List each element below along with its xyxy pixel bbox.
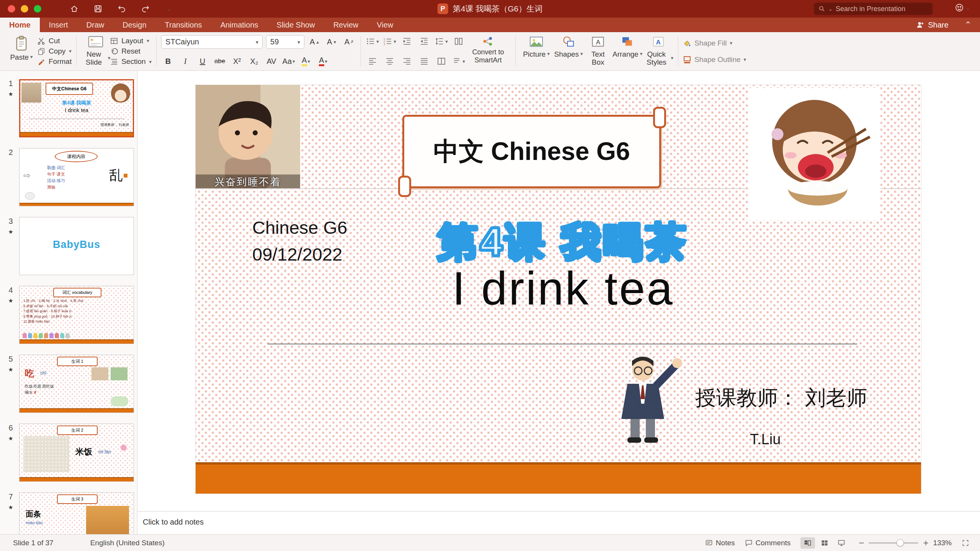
align-text-vertical-button[interactable]: ▾ — [452, 55, 466, 67]
paste-button[interactable]: Paste▾ — [5, 35, 38, 68]
slideshow-view-button[interactable] — [834, 537, 849, 549]
cut-button[interactable]: Cut — [38, 36, 72, 46]
slide-canvas[interactable]: 兴奋到睡不着 中文 Chinese G6 — [196, 85, 921, 494]
tab-insert[interactable]: Insert — [40, 18, 77, 32]
redo-button[interactable] — [139, 3, 152, 15]
format-painter-button[interactable]: Format — [38, 57, 72, 67]
tab-review[interactable]: Review — [324, 18, 368, 32]
insert-text-box-button[interactable]: A Text Box — [585, 35, 611, 68]
change-case-button[interactable]: Aa▾ — [282, 55, 296, 67]
tab-animations[interactable]: Animations — [211, 18, 268, 32]
italic-button[interactable]: I — [178, 55, 192, 67]
customize-toolbar-button[interactable]: ⌄ — [163, 3, 175, 15]
slide-thumbnail-6[interactable]: 生词 2 米饭 mǐ fàn — [19, 424, 134, 482]
slide-photo-girl[interactable]: 兴奋到睡不着 — [196, 85, 300, 189]
insert-shapes-button[interactable]: Shapes▾ — [552, 35, 585, 68]
columns-button[interactable] — [452, 35, 466, 47]
notes-panel[interactable]: Click to add notes — [137, 511, 980, 534]
slide-teacher-cartoon[interactable] — [604, 353, 689, 445]
font-color-button[interactable]: A▾ — [316, 55, 330, 67]
zoom-slider[interactable] — [869, 542, 918, 544]
shape-outline-button[interactable]: Shape Outline ▾ — [683, 55, 746, 64]
font-size-select[interactable]: 59 ▾ — [266, 35, 304, 49]
notes-toggle-button[interactable]: Notes — [705, 539, 735, 547]
arrange-button[interactable]: Arrange▾ — [611, 35, 644, 68]
save-button[interactable] — [92, 3, 104, 15]
bullets-button[interactable]: ▾ — [366, 35, 379, 47]
slide-thumbnail-1[interactable]: 中文Chinese G6 第4课 我喝茶 I drink tea 授课教师： 刘… — [19, 79, 134, 137]
align-right-button[interactable] — [400, 55, 414, 67]
subscript-button[interactable]: X₂ — [247, 55, 261, 67]
undo-button[interactable] — [116, 3, 128, 15]
slide-thumbnail-7[interactable]: 生词 3 面条 miàn tiáo — [19, 492, 134, 534]
home-toolbar-button[interactable] — [68, 3, 80, 15]
decrease-indent-button[interactable] — [400, 35, 414, 47]
strikethrough-button[interactable]: abe — [213, 55, 227, 67]
teacher-label-textbox[interactable]: 授课教师： 刘老师 — [695, 384, 867, 412]
tab-draw[interactable]: Draw — [77, 18, 114, 32]
new-slide-button[interactable]: ★ New Slide▾ — [81, 35, 110, 68]
fullscreen-window-button[interactable] — [34, 5, 41, 13]
underline-button[interactable]: U — [196, 55, 209, 67]
tab-slide-show[interactable]: Slide Show — [268, 18, 324, 32]
caret-down-icon: ▾ — [445, 39, 448, 44]
normal-view-button[interactable] — [800, 537, 815, 549]
reset-button[interactable]: Reset — [110, 46, 152, 56]
slide-thumbnail-2[interactable]: 课程内容 ⇨ 歌曲 词汇 句子 课文 活动 练习 测验 乱 — [19, 148, 134, 206]
tab-home[interactable]: Home — [0, 18, 40, 32]
zoom-slider-thumb[interactable] — [897, 539, 904, 546]
slide-thumbnail-4[interactable]: 词汇 vocabulary 1.吃 chī 2.喝 hē 3.水 shuǐ 4.… — [19, 286, 134, 344]
account-menu-button[interactable]: ⌄ — [955, 3, 970, 12]
slide-eating-girl-cartoon[interactable] — [748, 88, 880, 220]
tab-design[interactable]: Design — [113, 18, 155, 32]
tab-transitions[interactable]: Transitions — [156, 18, 211, 32]
convert-to-smartart-button[interactable]: Convert to SmartArt — [466, 35, 511, 68]
notes-icon — [705, 539, 713, 547]
course-date-textbox[interactable]: Chinese G6 09/12/2022 — [252, 214, 347, 267]
section-button[interactable]: Section ▾ — [110, 57, 152, 67]
align-left-button[interactable] — [366, 55, 379, 67]
increase-font-size-button[interactable]: A▲ — [308, 36, 322, 48]
close-window-button[interactable] — [8, 5, 15, 13]
numbering-button[interactable]: 123▾ — [383, 35, 397, 47]
tab-view[interactable]: View — [368, 18, 402, 32]
quick-styles-button[interactable]: A Quick Styles▾ — [644, 35, 673, 68]
copy-button[interactable]: Copy ▾ — [38, 46, 72, 56]
lesson-subtitle-textbox[interactable]: I drink tea — [391, 262, 735, 315]
character-spacing-button[interactable]: AV — [265, 55, 278, 67]
teacher-signature-textbox[interactable]: T.Liu — [750, 431, 781, 448]
collapse-ribbon-button[interactable]: ⌃ — [956, 18, 980, 32]
lesson-title-textbox[interactable]: 第4课 我喝茶 — [391, 216, 735, 269]
up-icon: ▲ — [315, 40, 320, 44]
shape-fill-button[interactable]: Shape Fill ▾ — [683, 39, 746, 47]
thumbnail-row: 2 课程内容 ⇨ 歌曲 词汇 句子 课文 活动 练习 测验 乱 — [2, 148, 137, 206]
search-input[interactable]: ⌄ Search in Presentation — [814, 3, 933, 15]
slide-sorter-view-button[interactable] — [817, 537, 832, 549]
comments-toggle-button[interactable]: Comments — [745, 539, 791, 547]
fit-slide-to-window-button[interactable] — [962, 539, 969, 547]
zoom-in-button[interactable]: + — [923, 538, 928, 548]
slide-thumbnail-5[interactable]: 生词 1 吃 chī 吃饭 吃面 我吃饭 喝水 ✗ — [19, 355, 134, 413]
line-spacing-button[interactable]: ▾ — [434, 35, 448, 47]
search-icon — [818, 5, 825, 12]
zoom-percentage[interactable]: 133% — [933, 539, 952, 547]
decrease-font-size-button[interactable]: A▼ — [325, 36, 339, 48]
insert-picture-button[interactable]: Picture▾ — [520, 35, 552, 68]
bold-button[interactable]: B — [161, 55, 175, 67]
font-name-select[interactable]: STCaiyun ▾ — [161, 35, 263, 49]
share-button[interactable]: Share — [908, 18, 956, 32]
align-center-button[interactable] — [383, 55, 397, 67]
slide-thumbnail-3[interactable]: BabyBus — [19, 217, 134, 275]
superscript-button[interactable]: X² — [230, 55, 244, 67]
language-indicator[interactable]: English (United States) — [90, 539, 165, 547]
thumb4-kids-figures — [23, 333, 70, 338]
clear-formatting-button[interactable]: A✗ — [342, 36, 356, 48]
increase-indent-button[interactable] — [417, 35, 431, 47]
layout-button[interactable]: Layout ▾ — [110, 36, 152, 46]
minimize-window-button[interactable] — [21, 5, 28, 13]
zoom-out-button[interactable]: − — [859, 538, 864, 548]
text-highlight-button[interactable]: A▾ — [299, 55, 313, 67]
distribute-columns-button[interactable] — [434, 55, 448, 67]
slide-title-banner[interactable]: 中文 Chinese G6 — [402, 115, 661, 188]
justify-button[interactable] — [417, 55, 431, 67]
